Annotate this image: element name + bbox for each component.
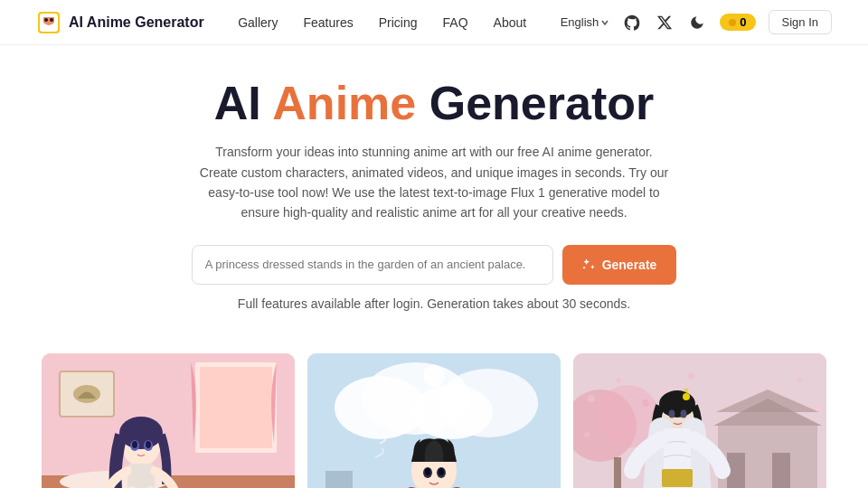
svg-point-46 bbox=[661, 387, 666, 392]
svg-point-30 bbox=[425, 468, 430, 475]
anime-girl-illustration bbox=[42, 353, 295, 488]
gallery-item: Prompt: a anime boyo bbox=[307, 353, 561, 488]
svg-rect-16 bbox=[127, 464, 155, 488]
svg-point-15 bbox=[146, 441, 151, 448]
navbar: AI Anime Generator Gallery Features Pric… bbox=[0, 0, 868, 45]
twitter-icon[interactable] bbox=[655, 13, 675, 33]
prompt-input[interactable] bbox=[192, 245, 553, 285]
nav-faq[interactable]: FAQ bbox=[443, 15, 468, 30]
generate-button[interactable]: Generate bbox=[562, 245, 677, 285]
nav-gallery[interactable]: Gallery bbox=[238, 15, 278, 30]
hero-title: AI Anime Generator bbox=[18, 78, 850, 129]
svg-point-2 bbox=[44, 18, 48, 22]
svg-point-42 bbox=[588, 395, 595, 402]
svg-point-3 bbox=[50, 18, 53, 22]
credit-icon bbox=[729, 19, 736, 26]
svg-rect-38 bbox=[772, 453, 790, 488]
nav-right: English 0 Sign In bbox=[561, 10, 832, 34]
nav-features[interactable]: Features bbox=[304, 15, 354, 30]
title-suffix: Generator bbox=[416, 77, 654, 129]
gallery-image-3 bbox=[573, 353, 826, 488]
gallery-image-2 bbox=[307, 353, 561, 488]
lang-text: English bbox=[561, 15, 599, 29]
anime-boy-illustration bbox=[307, 353, 561, 488]
svg-point-48 bbox=[797, 378, 802, 383]
svg-point-43 bbox=[616, 378, 621, 383]
hero-description: Transform your ideas into stunning anime… bbox=[199, 142, 669, 223]
title-accent: Anime bbox=[272, 77, 416, 129]
credits-counter[interactable]: 0 bbox=[720, 14, 755, 31]
logo[interactable]: AI Anime Generator bbox=[36, 10, 204, 35]
chevron-down-icon bbox=[600, 18, 609, 27]
logo-text: AI Anime Generator bbox=[69, 14, 204, 31]
svg-point-47 bbox=[687, 372, 694, 380]
language-selector[interactable]: English bbox=[561, 15, 610, 29]
sign-in-button[interactable]: Sign In bbox=[769, 10, 832, 34]
svg-rect-56 bbox=[662, 469, 693, 487]
svg-point-31 bbox=[439, 468, 444, 475]
svg-point-53 bbox=[669, 410, 675, 418]
svg-point-49 bbox=[814, 404, 821, 411]
wand-icon bbox=[582, 258, 597, 272]
nav-about[interactable]: About bbox=[494, 15, 527, 30]
gallery-item: Prompt: a anime girl on bed bbox=[42, 353, 295, 488]
svg-point-45 bbox=[584, 432, 590, 437]
prompt-bar: Generate bbox=[18, 245, 850, 285]
sakura-illustration bbox=[573, 353, 826, 488]
nav-links: Gallery Features Pricing FAQ About bbox=[238, 14, 526, 31]
credits-value: 0 bbox=[740, 15, 746, 29]
prompt-hint: Full features available after login. Gen… bbox=[199, 294, 669, 314]
title-prefix: AI bbox=[214, 77, 273, 129]
svg-rect-41 bbox=[614, 457, 621, 488]
svg-rect-6 bbox=[200, 367, 272, 448]
svg-point-52 bbox=[683, 393, 690, 400]
dark-mode-icon[interactable] bbox=[687, 13, 707, 33]
hero-section: AI Anime Generator Transform your ideas … bbox=[0, 45, 868, 353]
logo-icon bbox=[36, 10, 61, 35]
svg-point-44 bbox=[642, 399, 649, 407]
gallery-section: Prompt: a anime girl on bed bbox=[0, 353, 868, 488]
nav-pricing[interactable]: Pricing bbox=[379, 15, 418, 30]
github-icon[interactable] bbox=[622, 13, 642, 33]
svg-point-24 bbox=[423, 365, 445, 387]
svg-rect-26 bbox=[326, 471, 353, 488]
svg-point-23 bbox=[439, 369, 538, 437]
gallery-item: Prompt: under the Sakura anime bbox=[573, 353, 826, 488]
svg-point-54 bbox=[681, 410, 687, 418]
generate-label: Generate bbox=[602, 258, 657, 272]
svg-point-51 bbox=[659, 390, 695, 418]
svg-point-14 bbox=[132, 441, 137, 448]
gallery-image-1 bbox=[42, 353, 295, 488]
svg-point-11 bbox=[119, 417, 163, 449]
